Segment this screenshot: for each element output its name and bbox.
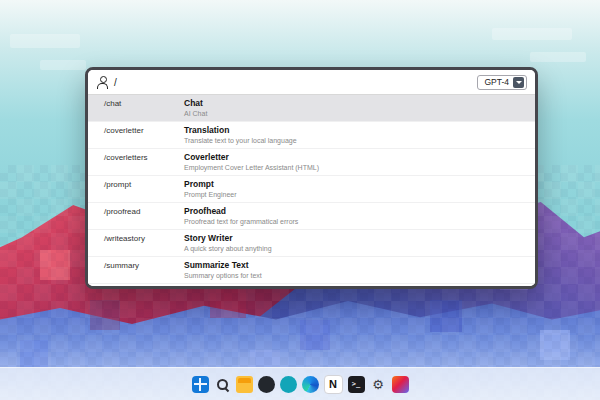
command-title: Summarize Text <box>184 260 525 270</box>
edge-icon[interactable] <box>302 376 319 393</box>
github-icon[interactable] <box>258 376 275 393</box>
command-row-chat[interactable]: /chat Chat AI Chat <box>88 95 535 122</box>
wallpaper-cloud <box>492 28 572 40</box>
command-meta: Coverletter Employment Cover Letter Assi… <box>184 152 525 172</box>
command-row-writeastory[interactable]: /writeastory Story Writer A quick story … <box>88 230 535 257</box>
settings-icon[interactable]: ⚙ <box>370 376 387 393</box>
command-subtitle: Employment Cover Letter Assistant (HTML) <box>184 163 525 172</box>
command-row-coverletters[interactable]: /coverletters Coverletter Employment Cov… <box>88 149 535 176</box>
command-title: Chat <box>184 98 525 108</box>
file-explorer-icon[interactable] <box>236 376 253 393</box>
command-text: /summary <box>104 260 180 270</box>
window-header: / GPT-4 <box>88 70 535 95</box>
command-meta: Proofhead Proofread text for grammatical… <box>184 206 525 226</box>
command-title: Translation <box>184 125 525 135</box>
command-meta: Translation Translate text to your local… <box>184 125 525 145</box>
command-subtitle: AI Chat <box>184 109 525 118</box>
start-icon[interactable] <box>192 376 209 393</box>
wallpaper-cloud <box>40 60 86 70</box>
command-subtitle: Summary options for text <box>184 271 525 280</box>
command-subtitle: Translate text to your local language <box>184 136 525 145</box>
taskbar: N >_ ⚙ <box>0 367 600 400</box>
chevron-down-icon[interactable] <box>513 77 524 88</box>
wallpaper-cloud <box>530 52 586 62</box>
desktop: / GPT-4 /chat Chat AI Chat /coverletter … <box>0 0 600 400</box>
wallpaper-cloud <box>10 34 80 48</box>
command-title: Prompt <box>184 179 525 189</box>
model-select[interactable]: GPT-4 <box>477 75 527 90</box>
command-text: /coverletters <box>104 152 180 162</box>
command-meta: Prompt Prompt Engineer <box>184 179 525 199</box>
command-text: /chat <box>104 98 180 108</box>
command-row-summary[interactable]: /summary Summarize Text Summary options … <box>88 257 535 284</box>
command-meta: Chat AI Chat <box>184 98 525 118</box>
user-icon <box>96 76 108 88</box>
command-list: /chat Chat AI Chat /coverletter Translat… <box>88 95 535 286</box>
command-text: /prompt <box>104 179 180 189</box>
command-text: /writeastory <box>104 233 180 243</box>
command-subtitle: Proofread text for grammatical errors <box>184 217 525 226</box>
model-select-value: GPT-4 <box>484 77 509 87</box>
command-subtitle: Prompt Engineer <box>184 190 525 199</box>
command-row-coverletter[interactable]: /coverletter Translation Translate text … <box>88 122 535 149</box>
command-title: Story Writer <box>184 233 525 243</box>
search-icon[interactable] <box>214 376 231 393</box>
notion-icon[interactable]: N <box>324 375 343 394</box>
command-meta: Summarize Text Summary options for text <box>184 260 525 280</box>
prompt-launcher-window: / GPT-4 /chat Chat AI Chat /coverletter … <box>85 67 538 289</box>
command-text: /proofread <box>104 206 180 216</box>
command-row-prompt[interactable]: /prompt Prompt Prompt Engineer <box>88 176 535 203</box>
chat-icon[interactable] <box>280 376 297 393</box>
command-text: /coverletter <box>104 125 180 135</box>
command-subtitle: A quick story about anything <box>184 244 525 253</box>
photos-icon[interactable] <box>392 376 409 393</box>
command-input[interactable]: / <box>114 77 117 88</box>
terminal-icon[interactable]: >_ <box>348 376 365 393</box>
command-title: Coverletter <box>184 152 525 162</box>
command-meta: Story Writer A quick story about anythin… <box>184 233 525 253</box>
command-title: Proofhead <box>184 206 525 216</box>
command-row-proofread[interactable]: /proofread Proofhead Proofread text for … <box>88 203 535 230</box>
